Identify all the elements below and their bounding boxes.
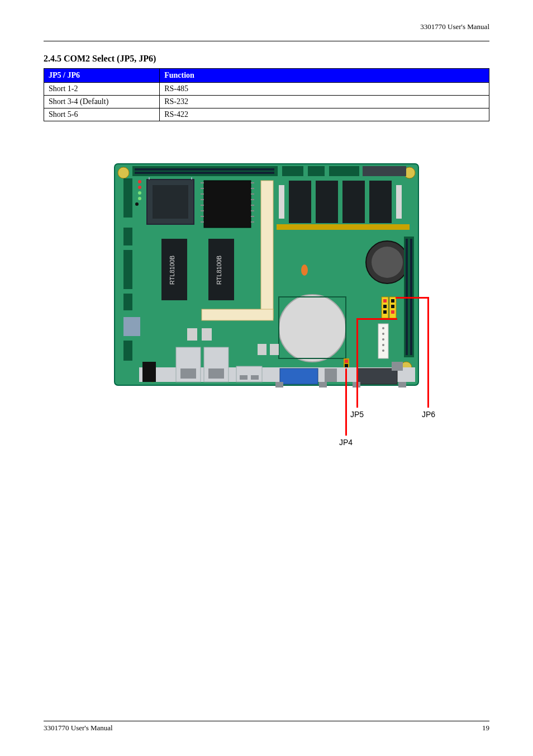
- svg-rect-51: [279, 185, 284, 219]
- header-right: 3301770 User's Manual: [44, 22, 489, 34]
- callout-label-jp4: JP4: [339, 438, 353, 447]
- callout-label-jp5: JP5: [350, 410, 364, 419]
- svg-rect-89: [208, 368, 224, 379]
- col-header-2: Function: [160, 69, 489, 83]
- page-footer: 3301770 User's Manual 19: [44, 721, 489, 733]
- svg-rect-91: [275, 382, 283, 388]
- svg-rect-50: [369, 181, 392, 223]
- svg-rect-85: [142, 362, 156, 382]
- svg-rect-17: [123, 341, 132, 361]
- svg-rect-47: [289, 181, 311, 223]
- svg-rect-9: [363, 166, 406, 176]
- svg-rect-72: [391, 299, 394, 303]
- footer-right: 19: [482, 724, 489, 733]
- board-svg: RTL8100B RTL8100B: [111, 160, 422, 389]
- svg-rect-48: [316, 181, 338, 223]
- svg-rect-82: [345, 360, 348, 363]
- svg-rect-49: [342, 181, 365, 223]
- svg-rect-92: [319, 382, 327, 388]
- table-row: Short 1-2 RS-485: [44, 83, 489, 96]
- svg-rect-97: [392, 362, 403, 371]
- svg-rect-7: [308, 166, 325, 176]
- table-row: Short 3-4 (Default) RS-232: [44, 96, 489, 108]
- svg-rect-44: [261, 181, 273, 318]
- svg-rect-83: [345, 364, 348, 367]
- table-row: Short 5-6 RS-422: [44, 108, 489, 121]
- svg-point-22: [135, 202, 139, 206]
- cell: RS-485: [160, 83, 489, 96]
- cell: RS-422: [160, 108, 489, 121]
- svg-point-61: [279, 295, 346, 362]
- svg-rect-73: [391, 305, 394, 308]
- svg-rect-15: [123, 294, 132, 310]
- chip-label-rtl2: RTL8100B: [216, 256, 222, 285]
- svg-rect-71: [383, 310, 387, 314]
- svg-point-18: [138, 180, 141, 183]
- board-illustration: RTL8100B RTL8100B: [111, 160, 422, 389]
- svg-rect-8: [329, 166, 359, 176]
- svg-rect-70: [383, 305, 387, 308]
- callout-line-jp-h: [356, 318, 397, 320]
- callout-line-jp6-h: [396, 297, 429, 299]
- svg-point-78: [382, 338, 384, 341]
- col-header-1: JP5 / JP6: [44, 69, 160, 83]
- svg-rect-94: [357, 368, 397, 384]
- svg-point-79: [382, 344, 384, 346]
- svg-rect-16: [123, 317, 140, 336]
- svg-rect-13: [123, 228, 132, 245]
- chip-label-rtl1: RTL8100B: [169, 256, 175, 285]
- svg-rect-100: [251, 375, 259, 380]
- cell: Short 3-4 (Default): [44, 96, 160, 108]
- cell: Short 5-6: [44, 108, 160, 121]
- svg-rect-74: [391, 310, 394, 314]
- svg-rect-63: [187, 328, 197, 341]
- svg-point-19: [138, 186, 141, 189]
- svg-point-77: [382, 333, 384, 335]
- svg-rect-96: [398, 382, 406, 388]
- svg-rect-88: [180, 368, 196, 379]
- callout-line-jp6: [427, 297, 429, 408]
- svg-rect-10: [135, 168, 274, 171]
- svg-rect-52: [396, 185, 402, 219]
- svg-rect-99: [240, 375, 248, 380]
- callout-line-jp5: [356, 318, 358, 408]
- section-title: 2.4.5 COM2 Select (JP5, JP6): [44, 54, 489, 64]
- cell: Short 1-2: [44, 83, 160, 96]
- svg-rect-24: [153, 185, 188, 219]
- svg-rect-64: [202, 328, 212, 341]
- footer-left: 3301770 User's Manual: [44, 724, 113, 733]
- svg-rect-46: [277, 224, 410, 230]
- svg-rect-27: [204, 181, 251, 228]
- callout-label-jp6: JP6: [422, 410, 435, 419]
- header-rule: [44, 34, 489, 41]
- svg-rect-66: [270, 344, 279, 355]
- cell: RS-232: [160, 96, 489, 108]
- svg-point-76: [382, 327, 384, 329]
- callout-line-jp4: [345, 368, 347, 436]
- jumper-table: JP5 / JP6 Function Short 1-2 RS-485 Shor…: [44, 68, 489, 121]
- svg-point-20: [138, 191, 141, 195]
- svg-rect-45: [202, 309, 273, 320]
- svg-rect-12: [123, 178, 132, 218]
- svg-rect-11: [135, 172, 274, 174]
- svg-rect-14: [123, 250, 132, 289]
- svg-point-80: [382, 349, 384, 352]
- svg-point-60: [301, 264, 308, 276]
- svg-point-21: [138, 197, 141, 200]
- svg-rect-6: [282, 166, 303, 176]
- svg-rect-69: [383, 299, 387, 303]
- svg-point-54: [372, 247, 403, 278]
- svg-rect-5: [132, 166, 278, 176]
- svg-rect-93: [325, 368, 337, 382]
- svg-rect-65: [258, 344, 266, 355]
- svg-point-1: [118, 167, 129, 178]
- svg-rect-90: [280, 368, 318, 384]
